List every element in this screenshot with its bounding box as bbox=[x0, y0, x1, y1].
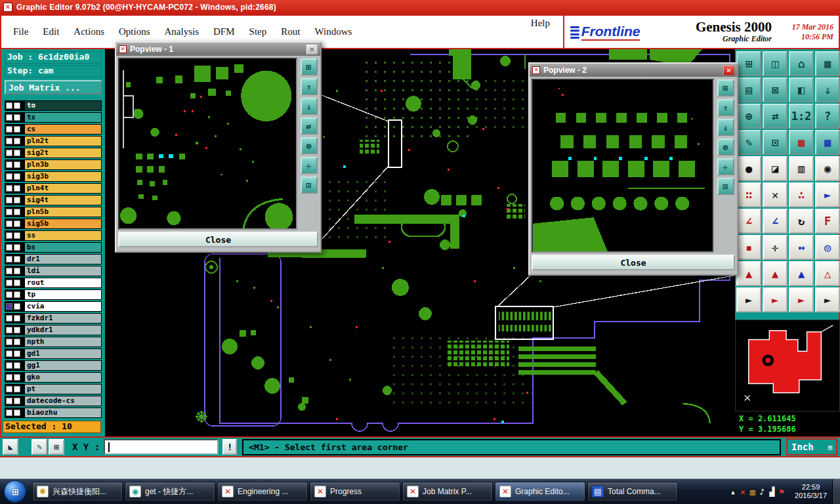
layer-active-checkbox[interactable] bbox=[6, 315, 12, 322]
coordinate-input[interactable] bbox=[105, 441, 217, 454]
taskbar-item[interactable]: ✕ Progress bbox=[310, 482, 400, 501]
triangle-a1-button[interactable]: ▲ bbox=[736, 261, 761, 286]
pv2-move-button[interactable]: ⊡ bbox=[717, 178, 734, 195]
pv1-zoom-button[interactable]: ⊕ bbox=[301, 137, 318, 154]
layer-name[interactable]: gd1 bbox=[24, 348, 102, 359]
layer-display-checkbox[interactable] bbox=[14, 102, 20, 109]
layer-display-checkbox[interactable] bbox=[14, 173, 20, 180]
measure-box-button[interactable]: ⊡ bbox=[763, 130, 788, 155]
layer-active-checkbox[interactable] bbox=[6, 291, 12, 298]
tray-chart-icon[interactable]: ▥ bbox=[750, 488, 755, 496]
popview-2-titlebar[interactable]: ✕ Popview - 2 ✕ bbox=[530, 64, 737, 77]
layer-name[interactable]: sig2t bbox=[24, 148, 102, 158]
layer-display-checkbox[interactable] bbox=[14, 244, 20, 251]
target-blue-button[interactable]: ◎ bbox=[815, 235, 840, 260]
layer-active-checkbox[interactable] bbox=[6, 386, 12, 392]
job-matrix-button[interactable]: Job Matrix ... bbox=[5, 80, 102, 94]
layer-name[interactable]: ydkdr1 bbox=[24, 325, 102, 335]
layer-active-checkbox[interactable] bbox=[6, 327, 12, 333]
grid-blue-button[interactable]: ▩ bbox=[815, 130, 840, 155]
circle-select-button[interactable]: ◉ bbox=[815, 156, 840, 181]
menu-analysis[interactable]: Analysis bbox=[158, 24, 206, 39]
taskbar-item[interactable]: ✕ Job Matrix P... bbox=[402, 482, 493, 501]
help-button[interactable]: ? bbox=[815, 104, 840, 129]
pv2-zoom-button[interactable]: ⊕ bbox=[717, 138, 734, 156]
menu-rout[interactable]: Rout bbox=[274, 24, 306, 39]
cursor-curve-button[interactable]: ► bbox=[789, 287, 814, 312]
angle-red-button[interactable]: ∠ bbox=[736, 209, 761, 234]
swap-view-button[interactable]: ⇄ bbox=[763, 104, 788, 129]
layer-display-checkbox[interactable] bbox=[14, 327, 20, 333]
layer-active-checkbox[interactable] bbox=[6, 185, 12, 192]
layer-active-checkbox[interactable] bbox=[6, 138, 12, 144]
delete-tool-button[interactable]: ✕ bbox=[763, 182, 788, 207]
layer-name[interactable]: datecode-cs bbox=[24, 396, 102, 406]
grid-button[interactable]: ⊞ bbox=[49, 439, 64, 455]
popview-2-close-button[interactable]: Close bbox=[532, 255, 735, 270]
scale-1-2-button[interactable]: 1:2 bbox=[789, 104, 814, 129]
layer-display-checkbox[interactable] bbox=[14, 339, 20, 345]
pv1-scroll-up-button[interactable]: ⇑ bbox=[301, 78, 318, 95]
layer-active-checkbox[interactable] bbox=[6, 102, 12, 109]
layer-display-checkbox[interactable] bbox=[14, 232, 20, 239]
layer-active-checkbox[interactable] bbox=[6, 398, 12, 404]
layer-name[interactable]: gg1 bbox=[24, 360, 102, 371]
units-dropdown[interactable]: Inch ▤ bbox=[786, 438, 837, 455]
layer-active-checkbox[interactable] bbox=[6, 268, 12, 274]
panel-view-button[interactable]: ▤ bbox=[736, 77, 761, 102]
layer-name[interactable]: biaozhu bbox=[24, 408, 102, 418]
menu-help[interactable]: Help bbox=[524, 16, 556, 48]
layer-display-checkbox[interactable] bbox=[14, 386, 20, 392]
layer-name[interactable]: bs bbox=[24, 242, 102, 253]
show-desktop-button[interactable] bbox=[832, 479, 840, 504]
menu-edit[interactable]: Edit bbox=[36, 24, 66, 39]
alert-button[interactable]: ! bbox=[222, 439, 237, 455]
dot-tool-button[interactable]: ● bbox=[736, 156, 761, 181]
taskbar-item[interactable]: ✕ Engineering ... bbox=[217, 482, 308, 501]
tile-windows-button[interactable]: ▦ bbox=[815, 51, 840, 76]
split-view-button[interactable]: ◧ bbox=[789, 77, 814, 102]
layer-active-checkbox[interactable] bbox=[6, 374, 12, 381]
fill-corner-button[interactable]: ◪ bbox=[763, 156, 788, 181]
layer-display-checkbox[interactable] bbox=[14, 220, 20, 227]
layer-active-checkbox[interactable] bbox=[6, 114, 12, 121]
capture-view-button[interactable]: ⊠ bbox=[763, 77, 788, 102]
close-icon[interactable]: ✕ bbox=[306, 45, 318, 54]
layer-display-checkbox[interactable] bbox=[14, 114, 20, 121]
layer-name[interactable]: cs bbox=[24, 124, 102, 135]
layer-display-checkbox[interactable] bbox=[14, 362, 20, 369]
layer-name[interactable]: sig4t bbox=[24, 195, 102, 205]
tray-expand-icon[interactable]: ▴ bbox=[730, 488, 736, 496]
rotate-button[interactable]: ↻ bbox=[789, 209, 814, 234]
menu-dfm[interactable]: DFM bbox=[207, 24, 242, 39]
layer-active-checkbox[interactable] bbox=[6, 362, 12, 369]
triangle-a2-button[interactable]: ▲ bbox=[763, 261, 788, 286]
layer-display-checkbox[interactable] bbox=[14, 410, 20, 416]
overview-map[interactable] bbox=[735, 320, 840, 411]
pv2-scroll-down-button[interactable]: ⇓ bbox=[717, 119, 734, 136]
close-icon[interactable]: ✕ bbox=[723, 66, 734, 75]
layer-active-checkbox[interactable] bbox=[6, 220, 12, 227]
menu-file[interactable]: File bbox=[7, 24, 35, 39]
menu-options[interactable]: Options bbox=[112, 24, 157, 39]
layer-name[interactable]: fzkdr1 bbox=[24, 313, 102, 324]
dual-monitor-button[interactable]: ◫ bbox=[763, 51, 788, 76]
triangle-a3-button[interactable]: ▲ bbox=[789, 261, 814, 286]
layer-name[interactable]: pln4t bbox=[24, 183, 102, 194]
layer-display-checkbox[interactable] bbox=[14, 268, 20, 274]
layer-name[interactable]: sig3b bbox=[24, 171, 102, 182]
layer-active-checkbox[interactable] bbox=[6, 173, 12, 180]
taskbar-item[interactable]: ✱ 兴森快捷衡阳... bbox=[32, 482, 123, 501]
layer-active-checkbox[interactable] bbox=[6, 197, 12, 203]
cursor-black-button[interactable]: ► bbox=[736, 287, 761, 312]
layer-name[interactable]: pln5b bbox=[24, 207, 102, 217]
layer-display-checkbox[interactable] bbox=[14, 291, 20, 298]
stretch-button[interactable]: ↔ bbox=[789, 235, 814, 260]
layer-name[interactable]: gko bbox=[24, 372, 102, 383]
pv1-center-button[interactable]: ✛ bbox=[301, 157, 318, 174]
pv1-pan-button[interactable]: ⇄ bbox=[301, 117, 318, 135]
pad-red-button[interactable]: ▪ bbox=[736, 235, 761, 260]
cursor-dots-button[interactable]: ► bbox=[815, 287, 840, 312]
layer-active-checkbox[interactable] bbox=[6, 232, 12, 239]
layer-name[interactable]: cvia bbox=[24, 301, 102, 312]
